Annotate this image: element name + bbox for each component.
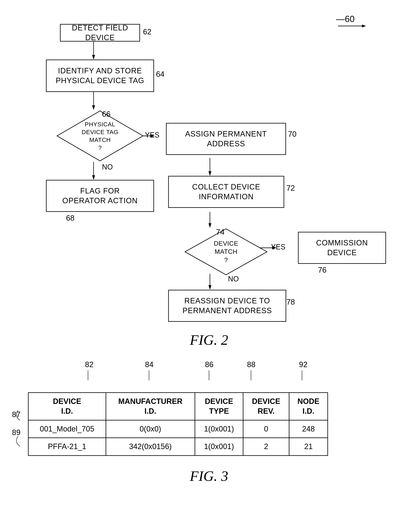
svg-marker-6 <box>92 105 95 110</box>
cell-device-rev-2: 2 <box>243 438 289 455</box>
col-ref-88: 88 <box>247 360 255 369</box>
cell-device-rev-1: 0 <box>243 420 289 438</box>
ref-78: 78 <box>286 298 295 306</box>
detect-box: DETECT FIELD DEVICE <box>60 24 140 42</box>
cell-node-id-2: 21 <box>289 438 328 455</box>
col-ref-84: 84 <box>145 360 153 369</box>
col-header-device-type: DEVICETYPE <box>195 393 243 420</box>
svg-marker-18 <box>209 285 211 290</box>
cell-manufacturer-id-1: 0(0x0) <box>106 420 195 438</box>
col-header-device-id: DEVICEI.D. <box>28 393 106 420</box>
cell-device-id-1: 001_Model_705 <box>28 420 106 438</box>
collect-box: COLLECT DEVICE INFORMATION <box>168 176 284 208</box>
fig2-label: FIG. 2 <box>16 332 402 348</box>
diamond2: DEVICE MATCH ? <box>184 228 268 276</box>
table-row: PFFA-21_1 342(0x0156) 1(0x001) 2 21 <box>28 438 328 455</box>
col-ref-92: 92 <box>299 360 307 369</box>
diamond1: PHYSICAL DEVICE TAG MATCH ? <box>56 110 144 162</box>
ref-60: —60 <box>338 18 378 36</box>
no-label-2: NO <box>228 275 239 283</box>
ref-72: 72 <box>286 184 295 192</box>
fig3-label: FIG. 3 <box>16 468 402 484</box>
data-table: DEVICEI.D. MANUFACTURERI.D. DEVICETYPE D… <box>28 392 328 456</box>
col-ref-86: 86 <box>205 360 213 369</box>
col-header-node-id: NODEI.D. <box>289 393 328 420</box>
col-header-device-rev: DEVICEREV. <box>243 393 289 420</box>
ref-66: 66 <box>102 110 110 119</box>
ref-74: 74 <box>216 228 224 236</box>
fig2-flowchart: —60 <box>16 12 402 328</box>
col-header-manufacturer-id: MANUFACTURERI.D. <box>106 393 195 420</box>
assign-box: ASSIGN PERMANENT ADDRESS <box>166 123 286 155</box>
svg-marker-10 <box>92 175 95 180</box>
cell-device-type-1: 1(0x001) <box>195 420 243 438</box>
ref-70: 70 <box>288 130 296 138</box>
svg-marker-12 <box>209 171 211 176</box>
ref-76: 76 <box>318 266 326 274</box>
cell-node-id-1: 248 <box>289 420 328 438</box>
identify-box: IDENTIFY AND STORE PHYSICAL DEVICE TAG <box>46 60 154 92</box>
yes-label-1: YES <box>145 131 159 139</box>
ref-64: 64 <box>156 70 164 78</box>
table-header-row: DEVICEI.D. MANUFACTURERI.D. DEVICETYPE D… <box>28 393 328 420</box>
svg-marker-4 <box>92 55 95 60</box>
row-arrows <box>8 404 28 460</box>
no-label-1: NO <box>102 163 113 171</box>
svg-marker-1 <box>362 25 366 27</box>
col-ref-82: 82 <box>85 360 93 369</box>
flowchart-arrows <box>16 12 402 328</box>
col-tick-marks <box>59 370 359 390</box>
cell-manufacturer-id-2: 342(0x0156) <box>106 438 195 455</box>
reassign-box: REASSIGN DEVICE TO PERMANENT ADDRESS <box>168 290 286 322</box>
ref-62: 62 <box>143 28 151 36</box>
svg-marker-14 <box>209 223 211 228</box>
cell-device-id-2: PFFA-21_1 <box>28 438 106 455</box>
commission-box: COMMISSION DEVICE <box>298 232 386 264</box>
page: —60 <box>0 0 418 532</box>
cell-device-type-2: 1(0x001) <box>195 438 243 455</box>
ref-68: 68 <box>66 214 74 222</box>
table-row: 001_Model_705 0(0x0) 1(0x001) 0 248 <box>28 420 328 438</box>
yes-label-2: YES <box>271 243 285 251</box>
fig3-table-area: 82 84 86 88 92 87 89 <box>16 360 402 456</box>
flag-box: FLAG FOR OPERATOR ACTION <box>46 180 154 212</box>
svg-text:—60: —60 <box>336 14 355 24</box>
